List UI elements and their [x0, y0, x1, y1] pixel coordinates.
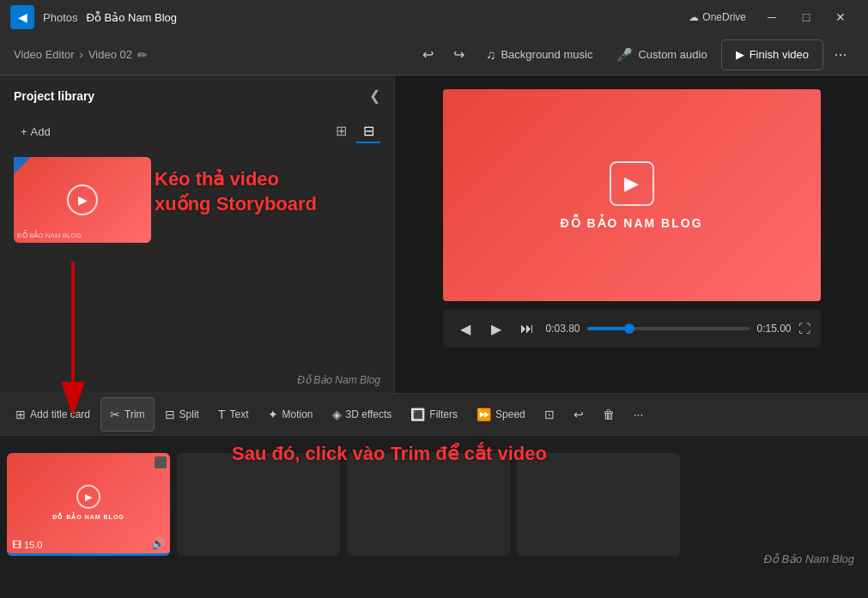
video-thumbnail[interactable]: ▶ ĐỖ BẢO NAM BLOG	[14, 157, 151, 243]
main-toolbar: Video Editor › Video 02 ✏ ↩ ↪ ♫ Backgrou…	[0, 34, 868, 76]
add-label: Add	[31, 125, 51, 138]
panel-toolbar: + Add ⊞ ⊟	[0, 112, 394, 150]
rewind-button[interactable]: ◀	[453, 317, 477, 341]
preview-panel: ▶ ĐỖ BẢO NAM BLOG ◀ ▶ ⏭ 0:03.80 0:15.00 …	[395, 76, 868, 393]
preview-play-button[interactable]: ▶	[610, 161, 654, 206]
fullscreen-button[interactable]: ⛶	[798, 322, 810, 335]
footer-brand: Đỗ Bảo Nam Blog	[763, 553, 854, 565]
storyboard-clip[interactable]: ▶ ĐỖ BẢO NAM BLOG 🎞 15.0 🔊	[7, 453, 170, 556]
3d-icon: ◈	[332, 408, 342, 421]
play-button[interactable]: ▶	[484, 317, 508, 341]
empty-slot-1	[177, 453, 340, 556]
preview-title: ĐỖ BẢO NAM BLOG	[560, 216, 702, 230]
finish-video-button[interactable]: ▶ Finish video	[721, 39, 823, 70]
add-media-button[interactable]: + Add	[14, 122, 58, 142]
motion-label: Motion	[282, 408, 313, 420]
total-time: 0:15.00	[756, 323, 791, 335]
3d-label: 3D effects	[346, 408, 392, 420]
list-view-button[interactable]: ⊟	[356, 119, 380, 143]
custom-audio-button[interactable]: 🎤 Custom audio	[606, 39, 717, 70]
window-controls: ─ □ ✕	[755, 0, 858, 34]
trim-button[interactable]: ✂ Trim	[100, 397, 155, 432]
storyboard-toolbar: ⊞ Add title card ✂ Trim ⊟ Split T Text ✦…	[0, 393, 868, 436]
speed-button[interactable]: ⏩ Speed	[468, 397, 534, 432]
trim-label: Trim	[124, 408, 145, 420]
speed-icon: ⏩	[476, 408, 491, 421]
library-content: ▶ ĐỖ BẢO NAM BLOG Kéo thả video xuống St…	[0, 150, 394, 367]
undo-button[interactable]: ↩	[414, 41, 441, 69]
music-icon: ♫	[486, 47, 495, 62]
delete-icon: 🗑	[603, 408, 615, 421]
panel-title: Project library	[14, 89, 94, 103]
skip-button[interactable]: ⏭	[515, 317, 539, 341]
close-button[interactable]: ✕	[823, 0, 858, 34]
motion-icon: ✦	[268, 408, 278, 421]
3d-effects-button[interactable]: ◈ 3D effects	[324, 397, 401, 432]
custom-audio-label: Custom audio	[638, 48, 707, 61]
progress-bar[interactable]	[587, 327, 750, 330]
edit-title-icon[interactable]: ✏	[137, 48, 148, 62]
breadcrumb-separator: ›	[80, 48, 83, 61]
back-button[interactable]: ◀	[10, 5, 34, 29]
sb-more-button[interactable]: ···	[625, 397, 653, 432]
filters-button[interactable]: 🔳 Filters	[402, 397, 466, 432]
motion-button[interactable]: ✦ Motion	[259, 397, 322, 432]
arrow-down-icon	[52, 262, 103, 420]
delete-button[interactable]: 🗑	[594, 397, 623, 432]
clip-title: ĐỖ BẢO NAM BLOG	[52, 514, 124, 521]
annotation2-text: Sau đó, click vào Trim để cắt video	[232, 443, 547, 465]
titlebar-left: ◀ Photos Đỗ Bảo Nam Blog	[10, 5, 177, 29]
audio-icon: 🎤	[616, 47, 633, 63]
grid-view-button[interactable]: ⊞	[329, 119, 353, 143]
collapse-panel-button[interactable]: ❮	[369, 88, 380, 104]
project-library-panel: Project library ❮ + Add ⊞ ⊟ ▶ ĐỖ BẢO NAM…	[0, 76, 395, 393]
app-name: Photos	[43, 11, 77, 24]
text-label: Text	[230, 408, 249, 420]
finish-icon: ▶	[736, 48, 744, 61]
finish-label: Finish video	[750, 48, 809, 61]
clip-duration: 🎞 15.0	[12, 540, 42, 550]
empty-slot-3	[517, 453, 680, 556]
text-button[interactable]: T Text	[209, 397, 258, 432]
view-toggle: ⊞ ⊟	[329, 119, 380, 143]
minimize-button[interactable]: ─	[755, 0, 789, 34]
storyboard-area: ▶ ĐỖ BẢO NAM BLOG 🎞 15.0 🔊 Sau đó, click…	[0, 436, 868, 572]
thumb-label-text: ĐỖ BẢO NAM BLOG	[17, 232, 82, 239]
add-title-icon: ⊞	[15, 408, 26, 421]
background-music-label: Background music	[501, 48, 592, 61]
breadcrumb: Video Editor › Video 02 ✏	[14, 48, 148, 62]
breadcrumb-parent[interactable]: Video Editor	[14, 48, 75, 61]
more-icon: ···	[634, 408, 644, 421]
rotate-icon: ↩	[574, 408, 584, 421]
onedrive-label-text: OneDrive	[702, 11, 746, 23]
redo-button[interactable]: ↪	[445, 41, 472, 69]
rotate-button[interactable]: ↩	[565, 397, 592, 432]
progress-fill	[587, 327, 628, 330]
crop-icon: ⊡	[544, 408, 555, 421]
text-icon: T	[218, 408, 226, 421]
panel-header: Project library ❮	[0, 76, 394, 112]
add-icon: +	[21, 125, 27, 138]
restore-button[interactable]: □	[789, 0, 823, 34]
split-label: Split	[179, 408, 199, 420]
titlebar-right: ☁ OneDrive ─ □ ✕	[689, 0, 858, 34]
thumbnail-overlay: ▶	[14, 157, 151, 243]
playback-controls: ◀ ▶ ⏭ 0:03.80 0:15.00 ⛶	[443, 310, 821, 347]
play-icon: ▶	[67, 184, 98, 215]
trim-icon: ✂	[110, 408, 120, 421]
split-button[interactable]: ⊟ Split	[156, 397, 208, 432]
clip-play-icon: ▶	[76, 485, 100, 509]
clip-corner	[155, 456, 167, 468]
annotation-text: Kéo thả video xuống Storyboard	[155, 167, 317, 216]
more-options-button[interactable]: ···	[827, 41, 854, 69]
window-title: Đỗ Bảo Nam Blog	[86, 11, 177, 24]
breadcrumb-current: Video 02	[88, 48, 132, 61]
background-music-button[interactable]: ♫ Background music	[476, 39, 603, 70]
empty-slot-2	[347, 453, 510, 556]
onedrive-status: ☁ OneDrive	[689, 11, 746, 23]
clip-audio-icon: 🔊	[151, 537, 165, 550]
split-icon: ⊟	[165, 408, 175, 421]
crop-button[interactable]: ⊡	[536, 397, 563, 432]
preview-play-icon: ▶	[624, 172, 639, 195]
onedrive-icon: ☁	[689, 11, 699, 23]
